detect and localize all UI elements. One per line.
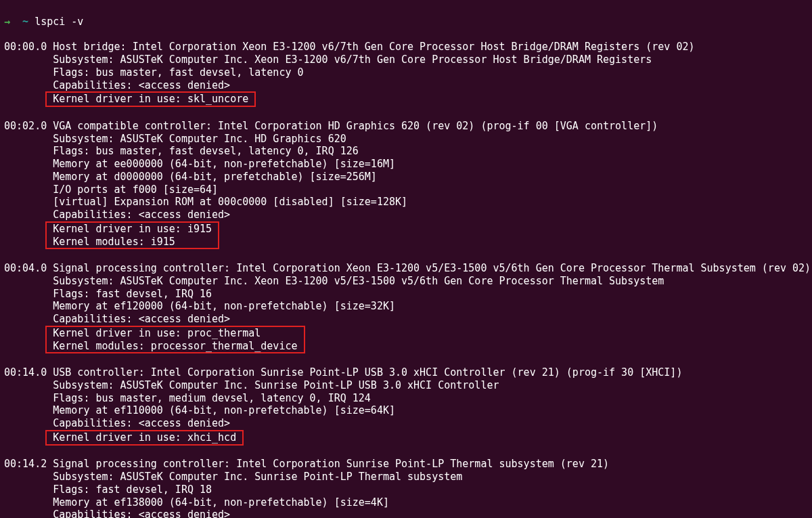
highlight-line: Kernel driver in use: xhci_hcd <box>47 431 242 444</box>
device-header: 00:14.2 Signal processing controller: In… <box>4 458 808 471</box>
device-detail-line: Capabilities: <access denied> <box>4 79 808 92</box>
device-header: 00:04.0 Signal processing controller: In… <box>4 262 808 275</box>
terminal-output: → ~ lspci -v 00:00.0 Host bridge: Intel … <box>0 0 812 518</box>
prompt-arrow-icon: → <box>4 16 10 28</box>
device-detail-line: I/O ports at f000 [size=64] <box>4 184 808 196</box>
highlight-box: Kernel driver in use: xhci_hcd <box>45 430 244 446</box>
prompt-path: ~ <box>22 16 28 28</box>
highlight-box: Kernel driver in use: proc_thermal Kerne… <box>45 326 304 354</box>
highlight-row: Kernel driver in use: proc_thermal Kerne… <box>4 326 808 354</box>
device-detail-line: Flags: bus master, fast devsel, latency … <box>4 145 808 158</box>
device-detail-line: Subsystem: ASUSTeK Computer Inc. Xeon E3… <box>4 275 808 288</box>
highlight-line: Kernel driver in use: i915 <box>47 223 218 236</box>
prompt-line[interactable]: → ~ lspci -v <box>4 16 808 28</box>
device-detail-line: Subsystem: ASUSTeK Computer Inc. Xeon E3… <box>4 53 808 66</box>
device-detail-line: Capabilities: <access denied> <box>4 509 808 518</box>
device-detail-line: [virtual] Expansion ROM at 000c0000 [dis… <box>4 196 808 209</box>
device-detail-line: Flags: bus master, fast devsel, latency … <box>4 66 808 79</box>
highlight-line: Kernel modules: i915 <box>47 236 218 249</box>
highlight-row: Kernel driver in use: i915 Kernel module… <box>4 221 808 250</box>
highlight-box: Kernel driver in use: i915 Kernel module… <box>45 221 219 250</box>
highlight-line: Kernel driver in use: proc_thermal <box>47 327 303 340</box>
device-detail-line: Memory at ef120000 (64-bit, non-prefetch… <box>4 300 808 313</box>
device-detail-line: Subsystem: ASUSTeK Computer Inc. Sunrise… <box>4 471 808 483</box>
blank-line <box>4 249 808 262</box>
blank-line <box>4 446 808 458</box>
device-detail-line: Capabilities: <access denied> <box>4 417 808 430</box>
highlight-row: Kernel driver in use: skl_uncore <box>4 91 808 107</box>
blank-line <box>4 107 808 120</box>
device-detail-line: Subsystem: ASUSTeK Computer Inc. HD Grap… <box>4 133 808 146</box>
device-detail-line: Memory at d0000000 (64-bit, prefetchable… <box>4 171 808 184</box>
highlight-box: Kernel driver in use: skl_uncore <box>45 91 256 107</box>
highlight-line: Kernel modules: processor_thermal_device <box>47 340 303 353</box>
device-detail-line: Memory at ef110000 (64-bit, non-prefetch… <box>4 404 808 417</box>
device-header: 00:00.0 Host bridge: Intel Corporation X… <box>4 41 808 53</box>
highlight-row: Kernel driver in use: xhci_hcd <box>4 430 808 446</box>
device-detail-line: Capabilities: <access denied> <box>4 313 808 326</box>
blank-line <box>4 353 808 366</box>
highlight-line: Kernel driver in use: skl_uncore <box>47 93 254 106</box>
device-detail-line: Capabilities: <access denied> <box>4 209 808 221</box>
device-detail-line: Flags: bus master, medium devsel, latenc… <box>4 392 808 405</box>
device-header: 00:02.0 VGA compatible controller: Intel… <box>4 120 808 133</box>
device-detail-line: Flags: fast devsel, IRQ 18 <box>4 483 808 496</box>
device-header: 00:14.0 USB controller: Intel Corporatio… <box>4 366 808 379</box>
device-detail-line: Memory at ee000000 (64-bit, non-prefetch… <box>4 158 808 171</box>
device-detail-line: Subsystem: ASUSTeK Computer Inc. Sunrise… <box>4 379 808 392</box>
device-detail-line: Flags: fast devsel, IRQ 16 <box>4 288 808 301</box>
device-detail-line: Memory at ef138000 (64-bit, non-prefetch… <box>4 496 808 509</box>
command-text: lspci -v <box>35 16 83 28</box>
